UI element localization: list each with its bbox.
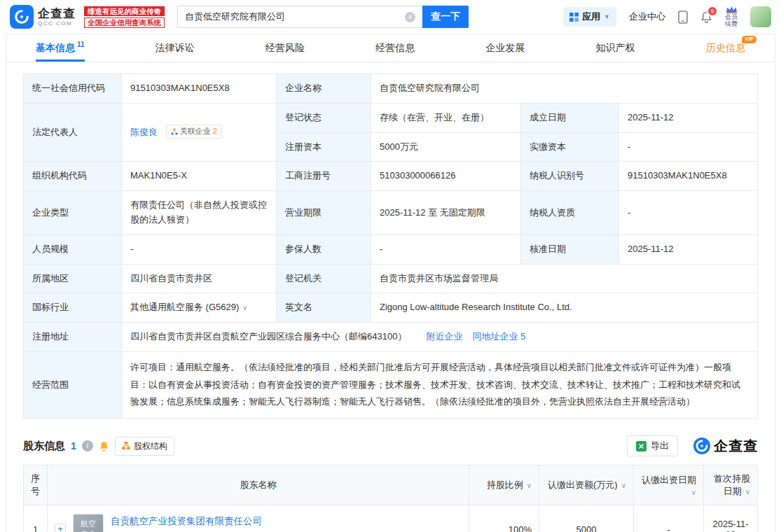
reg-authority-value: 自贡市贡井区市场监督管理局 <box>371 264 758 293</box>
search-box: × 查一下 <box>177 6 469 28</box>
col-shareholder-name: 股东名称 <box>48 465 469 505</box>
nearby-companies-link[interactable]: 附近企业 <box>426 331 462 342</box>
shareholder-header-row: 序号 股东名称 持股比例∨ 认缴出资额(万元)∨ 认缴出资日期∨ 首次持股日期∨ <box>24 465 758 505</box>
qcc-watermark-icon <box>693 438 710 454</box>
reg-capital-value: 5000万元 <box>371 132 521 162</box>
enterprise-center-link[interactable]: 企业中心 <box>629 10 665 23</box>
legal-rep-link[interactable]: 陈俊良 <box>130 127 158 137</box>
english-name-label: 英文名 <box>277 293 371 323</box>
legal-rep-value: 陈俊良 关联企业 2 <box>122 103 277 162</box>
equity-structure-button[interactable]: 股权结构 <box>115 437 174 456</box>
tab-history-info[interactable]: 历史信息 VIP <box>706 34 745 62</box>
search-input[interactable] <box>177 6 422 28</box>
tab-basic-info[interactable]: 基本信息11 <box>36 34 85 62</box>
paid-capital-label: 实缴资本 <box>521 132 619 162</box>
col-first-date-sort[interactable]: 首次持股日期∨ <box>704 465 758 505</box>
shareholder-first-date: 2025-11-12 <box>704 505 758 532</box>
biz-reg-no-value: 510303000066126 <box>371 162 521 191</box>
sort-caret-icon: ∨ <box>621 482 626 489</box>
slogan: 缔造有远见的商业传奇 全国企业信用查询系统 <box>84 6 165 28</box>
excel-icon <box>636 441 647 451</box>
reg-capital-label: 注册资本 <box>277 132 371 162</box>
reg-authority-label: 登记机关 <box>277 264 371 293</box>
expand-row-icon[interactable]: + <box>55 524 66 532</box>
export-button[interactable]: 导出 <box>627 435 678 456</box>
shareholder-name: 自贡航空产业投资集团有限责任公司 国有企业 <box>111 515 262 532</box>
tab-company-development[interactable]: 企业发展 <box>486 34 525 62</box>
related-company-count: 2 <box>213 126 217 136</box>
mobile-app-icon[interactable] <box>678 10 688 24</box>
reg-status-label: 登记状态 <box>277 103 371 132</box>
col-amount-sort[interactable]: 认缴出资额(万元)∨ <box>539 465 634 505</box>
paid-capital-value: - <box>619 132 758 162</box>
top-nav: 应用 ▼ 企业中心 9 会员 续费 <box>563 6 771 28</box>
shareholder-section-title: 股东信息 <box>23 440 65 453</box>
credit-code-label: 统一社会信用代码 <box>24 74 122 104</box>
tab-business-info[interactable]: 经营信息 <box>375 34 415 62</box>
info-icon[interactable]: i <box>82 440 93 451</box>
approval-date-value: 2025-11-12 <box>619 234 758 264</box>
taxpayer-qual-value: - <box>619 191 758 235</box>
company-name-label: 企业名称 <box>277 74 371 104</box>
sort-caret-icon: ∨ <box>691 489 696 496</box>
legal-rep-label: 法定代表人 <box>24 103 122 162</box>
reg-address-label: 注册地址 <box>24 323 122 352</box>
sort-caret-icon: ∨ <box>745 488 750 496</box>
notification-bell-icon[interactable]: 9 <box>700 10 712 23</box>
taxpayer-qual-label: 纳税人资质 <box>521 191 619 235</box>
table-row: 企业类型 有限责任公司（非自然人投资或控股的法人独资） 营业期限 2025-11… <box>24 191 758 235</box>
org-code-value: MAK1N0E5-X <box>122 162 277 191</box>
table-row: 法定代表人 陈俊良 关联企业 2 登记状态 存续（在营、开业、在册） 成立日期 … <box>24 103 758 132</box>
taxpayer-id-value: 91510303MAK1N0E5X8 <box>619 162 758 191</box>
slogan-line1: 缔造有远见的商业传奇 <box>84 6 165 17</box>
company-type-label: 企业类型 <box>24 191 122 235</box>
approval-date-label: 核准日期 <box>521 234 619 264</box>
shareholder-table: 序号 股东名称 持股比例∨ 认缴出资额(万元)∨ 认缴出资日期∨ 首次持股日期∨… <box>23 465 758 532</box>
region-value: 四川省自贡市贡井区 <box>122 264 277 293</box>
qcc-logo-icon <box>10 5 34 29</box>
slogan-line2: 全国企业信用查询系统 <box>84 18 165 28</box>
network-icon <box>171 128 178 135</box>
app-menu[interactable]: 应用 ▼ <box>563 7 616 27</box>
establish-date-label: 成立日期 <box>521 103 619 132</box>
biz-term-label: 营业期限 <box>277 191 371 235</box>
qcc-watermark: 企查查 <box>693 437 758 456</box>
org-chart-icon <box>122 442 130 450</box>
avatar[interactable] <box>750 6 771 27</box>
col-subscribe-date-sort[interactable]: 认缴出资日期∨ <box>634 465 704 505</box>
shareholder-ratio: 100% <box>469 505 539 532</box>
chevron-down-icon: ▼ <box>604 13 610 20</box>
table-row: 组织机构代码 MAK1N0E5-X 工商注册号 510303000066126 … <box>24 162 758 191</box>
basic-info-table: 统一社会信用代码 91510303MAK1N0E5X8 企业名称 自贡低空研究院… <box>23 74 758 419</box>
shareholder-name-link[interactable]: 自贡航空产业投资集团有限责任公司 <box>111 516 262 526</box>
table-row: 注册地址 四川省自贡市贡井区自贡航空产业园区综合服务中心（邮编643100）附近… <box>24 323 758 352</box>
shareholder-row: 1 + 航空 产业 自贡航空产业投资集团有限责任公司 国有企业 100% 500… <box>24 505 758 532</box>
qcc-logo[interactable]: 企查查 QCC.COM <box>10 5 76 29</box>
credit-code-value: 91510303MAK1N0E5X8 <box>122 74 277 104</box>
shareholder-count: 1 <box>71 440 76 451</box>
app-grid-icon <box>569 13 579 22</box>
monitor-bell-icon[interactable] <box>99 440 109 451</box>
taxpayer-id-label: 纳税人识别号 <box>521 162 619 191</box>
member-renew-button[interactable]: 会员 续费 <box>725 6 738 28</box>
related-company-tag[interactable]: 关联企业 2 <box>166 125 222 138</box>
biz-term-value: 2025-11-12 至 无固定期限 <box>371 191 521 235</box>
industry-expand-icon[interactable]: ∨ <box>242 304 247 312</box>
col-ratio-sort[interactable]: 持股比例∨ <box>469 465 539 505</box>
qcc-logo-text: 企查查 QCC.COM <box>38 8 76 27</box>
tab-count: 11 <box>77 41 85 48</box>
same-address-link[interactable]: 同地址企业 5 <box>472 331 525 342</box>
tab-operational-risk[interactable]: 经营风险 <box>265 34 305 62</box>
tab-intellectual-property[interactable]: 知识产权 <box>596 34 635 62</box>
search-button[interactable]: 查一下 <box>422 6 469 28</box>
industry-value: 其他通用航空服务 (G5629)∨ <box>122 293 277 323</box>
tab-legal-litigation[interactable]: 法律诉讼 <box>155 34 195 62</box>
tab-bar: 基本信息11 法律诉讼 经营风险 经营信息 企业发展 知识产权 历史信息 VIP <box>6 34 775 62</box>
shareholder-amount: 5000 <box>539 505 634 532</box>
biz-reg-no-label: 工商注册号 <box>277 162 371 191</box>
content-frame: 基本信息11 法律诉讼 经营风险 经营信息 企业发展 知识产权 历史信息 VIP… <box>6 34 775 532</box>
clear-search-icon[interactable]: × <box>405 12 415 22</box>
top-bar: 企查查 QCC.COM 缔造有远见的商业传奇 全国企业信用查询系统 × 查一下 … <box>0 0 781 34</box>
col-index: 序号 <box>24 465 48 505</box>
region-label: 所属地区 <box>24 264 122 293</box>
